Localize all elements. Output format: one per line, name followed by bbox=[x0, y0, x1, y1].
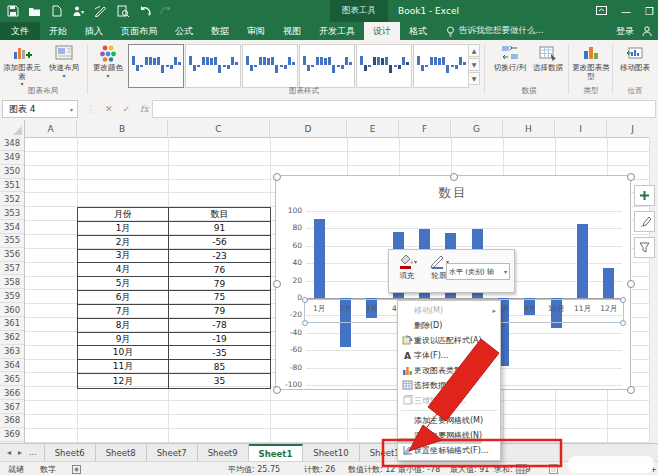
row-header-363[interactable]: 363 bbox=[0, 345, 24, 359]
chart-resize-handle[interactable] bbox=[627, 173, 635, 181]
row-header-350[interactable]: 350 bbox=[0, 165, 24, 179]
row-header-354[interactable]: 354 bbox=[0, 220, 24, 234]
sheet-tab-Sheet7[interactable]: Sheet7 bbox=[147, 444, 198, 461]
month-cell[interactable]: 6月 bbox=[78, 291, 169, 304]
ribbon-tab-开发工具[interactable]: 开发工具 bbox=[310, 22, 364, 40]
context-menu-item-add-major-gridlines[interactable]: 添加主要网格线(M) bbox=[398, 413, 500, 428]
page-layout-view-icon[interactable] bbox=[548, 462, 559, 475]
move-chart-button[interactable]: 移动图表 bbox=[616, 43, 654, 87]
chart-style-thumbnail-4[interactable] bbox=[299, 44, 355, 88]
month-cell[interactable]: 5月 bbox=[78, 277, 169, 290]
new-file-icon[interactable] bbox=[50, 5, 63, 18]
gallery-scroll-down-button[interactable]: ▼ bbox=[468, 58, 480, 71]
row-header-357[interactable]: 357 bbox=[0, 262, 24, 276]
context-menu-item-delete[interactable]: 删除(D) bbox=[398, 318, 500, 333]
chart-filters-button[interactable] bbox=[634, 237, 655, 258]
ribbon-tab-数据[interactable]: 数据 bbox=[202, 22, 238, 40]
chart-title[interactable]: 数目 bbox=[276, 185, 630, 202]
row-header-365[interactable]: 365 bbox=[0, 372, 24, 386]
chart-resize-handle[interactable] bbox=[627, 386, 635, 394]
next-sheet-icon[interactable]: ▸ bbox=[18, 448, 22, 457]
sheet-tab-Sheet8[interactable]: Sheet8 bbox=[96, 444, 147, 461]
month-cell[interactable]: 9月 bbox=[78, 333, 169, 346]
chart-resize-handle[interactable] bbox=[273, 173, 281, 181]
sheet-tab-Sheet6[interactable]: Sheet6 bbox=[44, 444, 96, 461]
month-cell[interactable]: 11月 bbox=[78, 360, 169, 373]
row-header-369[interactable]: 369 bbox=[0, 428, 24, 442]
column-header-J[interactable]: J bbox=[607, 120, 658, 137]
row-header-358[interactable]: 358 bbox=[0, 276, 24, 290]
row-header-351[interactable]: 351 bbox=[0, 179, 24, 193]
tell-me-box[interactable]: 告诉我您想要做什么... bbox=[436, 22, 544, 40]
value-cell[interactable]: 76 bbox=[169, 263, 270, 276]
sheet-overflow-left[interactable]: ... bbox=[29, 448, 37, 457]
chart-resize-handle[interactable] bbox=[273, 280, 281, 288]
column-header-E[interactable]: E bbox=[347, 120, 399, 137]
save-icon[interactable] bbox=[6, 5, 19, 18]
month-cell[interactable]: 10月 bbox=[78, 346, 169, 359]
column-header-H[interactable]: H bbox=[503, 120, 555, 137]
open-icon[interactable] bbox=[28, 5, 41, 18]
context-menu-item-change-chart-type[interactable]: 更改图表类型(Y)... bbox=[398, 363, 500, 378]
context-menu-item-select-data[interactable]: 选择数据(E)... bbox=[398, 378, 500, 393]
row-header-364[interactable]: 364 bbox=[0, 359, 24, 373]
context-menu-item-reset-style[interactable]: 重设以匹配样式(A) bbox=[398, 333, 500, 348]
horizontal-scrollbar-thumb[interactable] bbox=[397, 438, 482, 444]
month-cell[interactable]: 7月 bbox=[78, 305, 169, 318]
row-header-359[interactable]: 359 bbox=[0, 289, 24, 303]
share-icon[interactable]: ▾ bbox=[72, 5, 85, 18]
value-header-cell[interactable]: 数目 bbox=[169, 208, 270, 221]
chart-style-thumbnail-6[interactable] bbox=[413, 44, 469, 88]
formula-input[interactable] bbox=[152, 100, 656, 118]
axis-selection-handle[interactable] bbox=[302, 297, 308, 303]
row-header-367[interactable]: 367 bbox=[0, 400, 24, 414]
row-header-353[interactable]: 353 bbox=[0, 206, 24, 220]
month-cell[interactable]: 1月 bbox=[78, 222, 169, 235]
normal-view-icon[interactable] bbox=[516, 462, 527, 475]
month-cell[interactable]: 8月 bbox=[78, 319, 169, 332]
name-box[interactable]: 图表 4 ▾ bbox=[2, 100, 78, 118]
column-header-A[interactable]: A bbox=[25, 120, 77, 137]
chart-style-thumbnail-2[interactable] bbox=[185, 44, 241, 88]
sheet-tab-Sheet9[interactable]: Sheet9 bbox=[198, 444, 249, 461]
switch-row-column-button[interactable]: 切换行/列 bbox=[492, 43, 528, 87]
chart-bar-1月[interactable] bbox=[314, 219, 325, 298]
month-cell[interactable]: 4月 bbox=[78, 263, 169, 276]
draw-icon[interactable] bbox=[94, 5, 107, 18]
row-header-368[interactable]: 368 bbox=[0, 414, 24, 428]
row-header-366[interactable]: 366 bbox=[0, 386, 24, 400]
change-chart-type-button[interactable]: 更改图表类型 bbox=[572, 43, 610, 87]
row-header-349[interactable]: 349 bbox=[0, 151, 24, 165]
ribbon-tab-文件[interactable]: 文件 bbox=[0, 22, 40, 40]
column-header-F[interactable]: F bbox=[399, 120, 451, 137]
chart-resize-handle[interactable] bbox=[273, 386, 281, 394]
gallery-more-button[interactable]: ▼ bbox=[468, 72, 480, 85]
select-data-button[interactable]: 选择数据 bbox=[530, 43, 566, 87]
chart-resize-handle[interactable] bbox=[627, 280, 635, 288]
chart-style-thumbnail-1[interactable] bbox=[128, 44, 184, 88]
ribbon-tab-开始[interactable]: 开始 bbox=[40, 22, 76, 40]
row-header-356[interactable]: 356 bbox=[0, 248, 24, 262]
value-cell[interactable]: -19 bbox=[169, 333, 270, 346]
value-cell[interactable]: 79 bbox=[169, 305, 270, 318]
chart-style-thumbnail-5[interactable] bbox=[356, 44, 412, 88]
value-cell[interactable]: -23 bbox=[169, 250, 270, 263]
redo-icon[interactable] bbox=[160, 5, 173, 18]
gallery-scroll-up-button[interactable]: ▲ bbox=[468, 44, 480, 57]
value-cell[interactable]: -56 bbox=[169, 236, 270, 249]
ribbon-tab-页面布局[interactable]: 页面布局 bbox=[112, 22, 166, 40]
sign-in-link[interactable]: 登录 bbox=[616, 25, 634, 38]
month-cell[interactable]: 12月 bbox=[78, 374, 169, 388]
value-cell[interactable]: 79 bbox=[169, 277, 270, 290]
fill-button[interactable]: ▾ 填充 bbox=[393, 253, 421, 291]
row-header-352[interactable]: 352 bbox=[0, 192, 24, 206]
axis-selection-handle[interactable] bbox=[302, 320, 308, 326]
value-cell[interactable]: 91 bbox=[169, 222, 270, 235]
context-menu-item-format-axis[interactable]: 设置坐标轴格式(F)... bbox=[398, 443, 500, 458]
change-colors-button[interactable]: 更改颜色 ▾ bbox=[90, 43, 126, 87]
column-header-D[interactable]: D bbox=[270, 120, 347, 137]
axis-selection-handle[interactable] bbox=[620, 320, 626, 326]
ribbon-tab-设计[interactable]: 设计 bbox=[364, 22, 400, 40]
select-all-corner[interactable] bbox=[0, 120, 25, 137]
row-header-348[interactable]: 348 bbox=[0, 137, 24, 151]
